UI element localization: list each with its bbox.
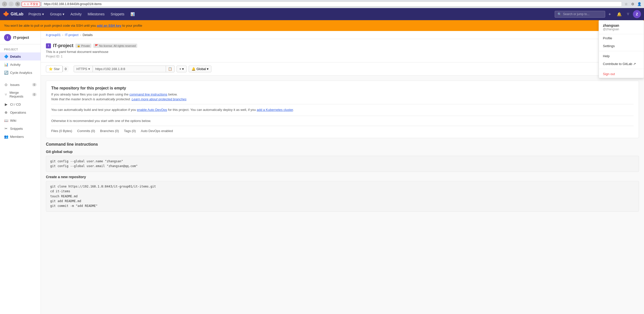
copy-url-btn[interactable]: 📋: [166, 66, 175, 72]
project-header: I IT-project 🔒 Private 🚩 No license. All…: [41, 39, 644, 62]
nav-bell-btn[interactable]: 🔔: [614, 8, 624, 20]
chart-icon: 📊: [130, 12, 135, 16]
repo-divider-1: [51, 104, 634, 104]
nav-projects[interactable]: Projects ▾: [25, 8, 47, 20]
browser-back-btn[interactable]: ‹: [2, 2, 7, 7]
issues-badge: 0: [32, 83, 37, 86]
sidebar-section-header-project: Project: [0, 46, 41, 52]
sidebar-item-activity[interactable]: 📊 Activity: [0, 60, 41, 69]
project-title-row: I IT-project 🔒 Private 🚩 No license. All…: [46, 43, 639, 48]
star-label: Star: [54, 67, 60, 71]
security-icon: ⚠: [23, 3, 26, 6]
ci-cd-label: CI / CD: [10, 103, 21, 106]
nav-snippets[interactable]: Snippets: [107, 8, 127, 20]
signout-label: Sign out: [603, 72, 615, 76]
dropdown-settings[interactable]: Settings: [599, 42, 644, 50]
sidebar-issues-section: ⊙ Issues 0 ⑂ Merge Requests 0 ▶ CI / CD …: [0, 79, 41, 143]
nav-plus-btn[interactable]: ＋: [605, 8, 614, 20]
global-setup-code: git config --global user.name "zhangsan"…: [46, 156, 639, 172]
nav-activity[interactable]: Activity: [67, 8, 85, 20]
snippets-label: Snippets: [110, 12, 124, 16]
protected-branches-link[interactable]: Learn more about protected branches: [132, 97, 187, 101]
project-visibility: Private: [81, 44, 90, 47]
autodevops-text: You can automatically build and test you…: [51, 107, 634, 113]
browser-refresh-btn[interactable]: ↻: [15, 2, 20, 7]
new-repo-code: git clone https://192.168.1.8:8443/it-gr…: [46, 181, 639, 212]
clone-protocol-btn[interactable]: HTTPS ▾: [74, 66, 93, 72]
wiki-icon: 📖: [4, 118, 8, 122]
empty-repo-title: The repository for this project is empty: [51, 86, 634, 90]
sidebar-item-issues[interactable]: ⊙ Issues 0: [0, 81, 41, 89]
star-btn[interactable]: ⭐ Star: [46, 66, 63, 72]
activity-icon: 📊: [4, 62, 8, 67]
notification-btn[interactable]: 🔔 Global ▾: [189, 66, 211, 72]
gitlab-logo[interactable]: GitLab: [3, 11, 23, 17]
sidebar-item-ci-cd[interactable]: ▶ CI / CD: [0, 100, 41, 108]
sidebar-item-merge-requests[interactable]: ⑂ Merge Requests 0: [0, 89, 41, 100]
new-repo-setup: Create a new repository git clone https:…: [46, 175, 639, 212]
search-bar[interactable]: 🔍 Search or jump to...: [555, 11, 605, 18]
sidebar-item-cycle-analytics[interactable]: 🔄 Cycle Analytics: [0, 69, 41, 77]
empty-repo-text-1: If you already have files you can push t…: [51, 92, 634, 96]
sidebar-item-details[interactable]: 🔷 Details: [0, 52, 41, 60]
dropdown-divider-2: [599, 69, 644, 69]
ssh-key-link[interactable]: add an SSH key: [97, 24, 122, 27]
breadcrumb-sep-1: ›: [62, 33, 63, 37]
nav-fork-btn[interactable]: ⑂: [624, 8, 632, 20]
app-layout: I IT-project Project 🔷 Details 📊 Activit…: [0, 31, 644, 314]
empty-repo-box: The repository for this project is empty…: [46, 81, 639, 138]
notification-label: 🔔 Global ▾: [191, 67, 209, 71]
project-lock-icon: 🔒 Private: [75, 44, 91, 48]
sidebar-project-name: IT-project: [13, 36, 29, 40]
kubernetes-link[interactable]: add a Kubernetes cluster: [257, 108, 293, 112]
breadcrumb-group[interactable]: it-group01: [46, 33, 61, 37]
add-btn-label: + ▾: [179, 67, 184, 71]
sidebar-item-operations[interactable]: ⊕ Operations: [0, 108, 41, 116]
protocol-label: HTTPS: [76, 67, 87, 71]
nav-groups[interactable]: Groups ▾: [47, 8, 67, 20]
dropdown-signout[interactable]: Sign out: [599, 70, 644, 78]
bookmark-icon[interactable]: ☆: [623, 1, 629, 7]
user-avatar-btn[interactable]: Z: [633, 10, 641, 18]
cycle-analytics-label: Cycle Analytics: [10, 71, 32, 75]
ssh-banner-text: You won't be able to pull or push projec…: [4, 24, 142, 27]
wiki-label: Wiki: [10, 119, 16, 122]
breadcrumb-current: Details: [82, 33, 93, 37]
sidebar-item-members[interactable]: 👥 Members: [0, 133, 41, 141]
user-dropdown-header: zhangsan @zhangsan: [599, 20, 644, 34]
nav-chart[interactable]: 📊: [127, 8, 138, 20]
sidebar-item-wiki[interactable]: 📖 Wiki: [0, 116, 41, 124]
browser-actions: ☆ ⚙ 👤: [623, 1, 642, 7]
profile-label: Profile: [603, 36, 612, 40]
project-title: IT-project: [53, 43, 73, 48]
stat-branches: Branches (0): [100, 129, 119, 133]
browser-bar: ‹ › ↻ ⚠ ⚠ 不安全 https://192.168.1.8:8443/i…: [0, 0, 644, 8]
extensions-icon[interactable]: ⚙: [630, 1, 635, 7]
dropdown-help[interactable]: Help: [599, 52, 644, 60]
git-global-setup: Git global setup git config --global use…: [46, 150, 639, 172]
milestones-label: Milestones: [88, 12, 105, 16]
groups-label: Groups: [50, 12, 62, 16]
sidebar-item-snippets[interactable]: ✂ Snippets: [0, 124, 41, 133]
search-icon: 🔍: [557, 12, 562, 16]
help-label: Help: [603, 54, 610, 58]
profile-icon[interactable]: 👤: [636, 1, 642, 7]
breadcrumb-project[interactable]: IT-project: [65, 33, 78, 37]
snippets-label: Snippets: [10, 127, 23, 131]
auto-devops-link[interactable]: enable Auto DevOps: [137, 108, 167, 112]
add-btn[interactable]: + ▾: [177, 66, 187, 72]
dropdown-profile[interactable]: Profile: [599, 34, 644, 42]
operations-icon: ⊕: [4, 110, 8, 114]
nav-milestones[interactable]: Milestones: [85, 8, 108, 20]
projects-label: Projects: [29, 12, 41, 16]
cycle-analytics-icon: 🔄: [4, 71, 8, 75]
content-area: The repository for this project is empty…: [41, 76, 644, 220]
url-bar[interactable]: https://192.168.1.8:8443/it-group01/it-i…: [42, 2, 622, 7]
issues-icon: ⊙: [4, 83, 8, 87]
dropdown-contribute[interactable]: Contribute to GitLab ↗: [599, 60, 644, 68]
sidebar: I IT-project Project 🔷 Details 📊 Activit…: [0, 31, 41, 314]
browser-forward-btn[interactable]: ›: [9, 2, 14, 7]
cli-instructions-link[interactable]: command line instructions: [129, 92, 167, 96]
stat-files: Files (0 Bytes): [51, 129, 72, 133]
dropdown-username: zhangsan: [603, 23, 640, 27]
